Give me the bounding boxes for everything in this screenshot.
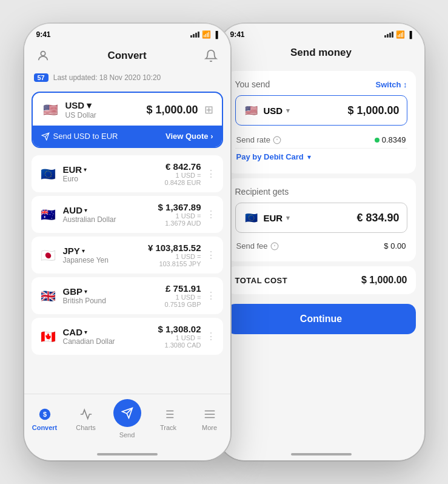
send-money-header: Send money bbox=[218, 42, 424, 65]
usd-amount: $ 1,000.00 bbox=[146, 104, 198, 116]
send-bar-text: Send USD to EUR bbox=[41, 132, 118, 141]
jpy-amount-info: ¥ 103,815.52 1 USD = 103.8155 JPY bbox=[148, 243, 201, 267]
more-dots-icon[interactable]: ⋮ bbox=[206, 209, 216, 220]
fee-row: Send fee $ 0.00 bbox=[235, 239, 407, 253]
tab-send-label: Send bbox=[119, 431, 135, 439]
tab-convert[interactable]: $ Convert bbox=[27, 406, 63, 431]
wifi-icon: 📶 bbox=[202, 30, 211, 39]
cad-name: Canadian Dollar bbox=[63, 337, 115, 346]
more-dots-icon[interactable]: ⋮ bbox=[206, 249, 216, 261]
usd-flag: 🇺🇸 bbox=[41, 100, 61, 119]
usd-name: US Dollar bbox=[65, 111, 96, 119]
send-rate-row: Send rate 0.8349 bbox=[235, 132, 407, 148]
aud-name: Australian Dollar bbox=[63, 215, 116, 224]
eur-name: Euro bbox=[63, 175, 87, 183]
cad-flag: 🇨🇦 bbox=[39, 327, 58, 346]
update-bar: 57 Last updated: 18 Nov 2020 10:20 bbox=[24, 71, 230, 87]
recipient-eur-flag: 🇪🇺 bbox=[243, 209, 260, 226]
cad-row: 🇨🇦 CAD ▾ Canadian Dollar bbox=[39, 327, 115, 346]
gbp-name: British Pound bbox=[63, 297, 106, 305]
recipient-label: Recipient gets bbox=[235, 187, 407, 197]
you-send-input-row[interactable]: 🇺🇸 USD ▾ $ 1,000.00 bbox=[235, 95, 407, 126]
usd-code[interactable]: USD ▾ bbox=[65, 100, 96, 111]
send-tab-btn[interactable] bbox=[113, 399, 141, 427]
jpy-rate: 1 USD = 103.8155 JPY bbox=[148, 253, 201, 267]
send-money-title: Send money bbox=[290, 47, 352, 58]
you-send-label-row: You send Switch ↕ bbox=[235, 79, 407, 89]
main-currency-card[interactable]: 🇺🇸 USD ▾ US Dollar $ 1,000.00 ⊞ S bbox=[32, 92, 223, 148]
home-indicator-2 bbox=[218, 448, 424, 460]
send-usd-bar[interactable]: Send USD to EUR View Quote › bbox=[33, 126, 222, 147]
list-item[interactable]: 🇦🇺 AUD ▾ Australian Dollar $ 1,367.89 1 … bbox=[32, 196, 223, 233]
signal-bars-2 bbox=[384, 32, 393, 38]
jpy-info: JPY ▾ Japanese Yen bbox=[63, 246, 109, 264]
time: 9:41 bbox=[36, 30, 51, 39]
pay-method-chevron: ▾ bbox=[307, 153, 311, 161]
send-currency-selector[interactable]: 🇺🇸 USD ▾ bbox=[243, 102, 290, 119]
list-item[interactable]: 🇯🇵 JPY ▾ Japanese Yen ¥ 103,815.52 1 USD… bbox=[32, 237, 223, 274]
view-quote-btn[interactable]: View Quote › bbox=[165, 132, 213, 141]
tab-charts-label: Charts bbox=[76, 424, 95, 431]
jpy-name: Japanese Yen bbox=[63, 256, 109, 264]
main-currency-row: 🇺🇸 USD ▾ US Dollar bbox=[41, 100, 96, 119]
tab-track[interactable]: Track bbox=[150, 406, 187, 431]
tab-bar: $ Convert Charts Send Track bbox=[24, 394, 230, 448]
signal-bar-4 bbox=[198, 32, 199, 38]
aud-row: 🇦🇺 AUD ▾ Australian Dollar bbox=[39, 205, 116, 224]
continue-button[interactable]: Continue bbox=[227, 304, 416, 334]
list-item[interactable]: 🇪🇺 EUR ▾ Euro € 842.76 1 USD = 0.8428 EU… bbox=[32, 155, 223, 192]
tab-more[interactable]: More bbox=[192, 406, 228, 431]
list-item[interactable]: 🇬🇧 GBP ▾ British Pound £ 751.91 1 USD = … bbox=[32, 277, 223, 314]
status-icons: 📶 ▐ bbox=[190, 30, 218, 39]
recipient-input-row[interactable]: 🇪🇺 EUR ▾ € 834.90 bbox=[235, 203, 407, 233]
battery-icon: ▐ bbox=[213, 31, 218, 38]
usd-info: USD ▾ US Dollar bbox=[65, 100, 96, 119]
jpy-amount: ¥ 103,815.52 bbox=[148, 243, 201, 253]
jpy-row: 🇯🇵 JPY ▾ Japanese Yen bbox=[39, 246, 109, 265]
total-cost-label: TOTAL COST bbox=[235, 276, 288, 285]
send-rate-label: Send rate bbox=[236, 135, 281, 144]
eur-right: € 842.76 1 USD = 0.8428 EUR ⋮ bbox=[165, 161, 216, 186]
status-bar-2: 9:41 📶 ▐ bbox=[218, 24, 424, 42]
recipient-currency-selector[interactable]: 🇪🇺 EUR ▾ bbox=[243, 209, 290, 226]
calculator-icon[interactable]: ⊞ bbox=[204, 103, 213, 116]
eur-row: 🇪🇺 EUR ▾ Euro bbox=[39, 164, 87, 184]
total-cost-bar: TOTAL COST $ 1,000.00 bbox=[227, 266, 416, 294]
more-dots-icon[interactable]: ⋮ bbox=[206, 331, 216, 342]
phone-send-money: 9:41 📶 ▐ Send money You send bbox=[218, 24, 424, 460]
convert-title: Convert bbox=[107, 50, 146, 62]
time-2: 9:41 bbox=[230, 30, 245, 39]
cad-code: CAD ▾ bbox=[63, 327, 115, 337]
send-currency-code: USD bbox=[264, 106, 283, 116]
switch-button[interactable]: Switch ↕ bbox=[375, 80, 407, 89]
update-text: Last updated: 18 Nov 2020 10:20 bbox=[53, 73, 161, 82]
cad-amount: $ 1,308.02 bbox=[158, 324, 201, 334]
signal-bar-3 bbox=[195, 33, 197, 38]
track-tab-icon bbox=[161, 406, 176, 422]
convert-header: Convert bbox=[24, 42, 230, 71]
more-dots-icon[interactable]: ⋮ bbox=[206, 290, 216, 301]
send-usd-flag: 🇺🇸 bbox=[243, 102, 260, 119]
convert-tab-icon: $ bbox=[37, 406, 53, 422]
tab-charts[interactable]: Charts bbox=[68, 406, 104, 431]
tab-track-label: Track bbox=[160, 424, 176, 431]
bell-icon[interactable] bbox=[202, 47, 220, 65]
tab-send[interactable]: Send bbox=[109, 399, 145, 439]
recipient-currency-code: EUR bbox=[264, 213, 283, 223]
jpy-flag: 🇯🇵 bbox=[39, 246, 58, 265]
pay-method-row[interactable]: Pay by Debit Card ▾ bbox=[235, 148, 407, 165]
aud-rate: 1 USD = 1.3679 AUD bbox=[158, 212, 201, 227]
home-bar-2 bbox=[291, 453, 352, 455]
list-item[interactable]: 🇨🇦 CAD ▾ Canadian Dollar $ 1,308.02 1 US… bbox=[32, 318, 223, 355]
gbp-row: 🇬🇧 GBP ▾ British Pound bbox=[39, 286, 106, 306]
cad-rate: 1 USD = 1.3080 CAD bbox=[158, 334, 201, 349]
total-cost-value: $ 1,000.00 bbox=[361, 275, 407, 286]
rate-dot bbox=[375, 138, 379, 143]
more-dots-icon[interactable]: ⋮ bbox=[206, 168, 216, 180]
send-currency-chevron: ▾ bbox=[286, 107, 290, 115]
recipient-gets-card: Recipient gets 🇪🇺 EUR ▾ € 834.90 Send fe… bbox=[227, 178, 416, 261]
jpy-right: ¥ 103,815.52 1 USD = 103.8155 JPY ⋮ bbox=[148, 243, 216, 267]
status-bar: 9:41 📶 ▐ bbox=[24, 24, 230, 42]
eur-amount: € 842.76 bbox=[165, 161, 201, 172]
person-icon[interactable] bbox=[34, 47, 52, 65]
